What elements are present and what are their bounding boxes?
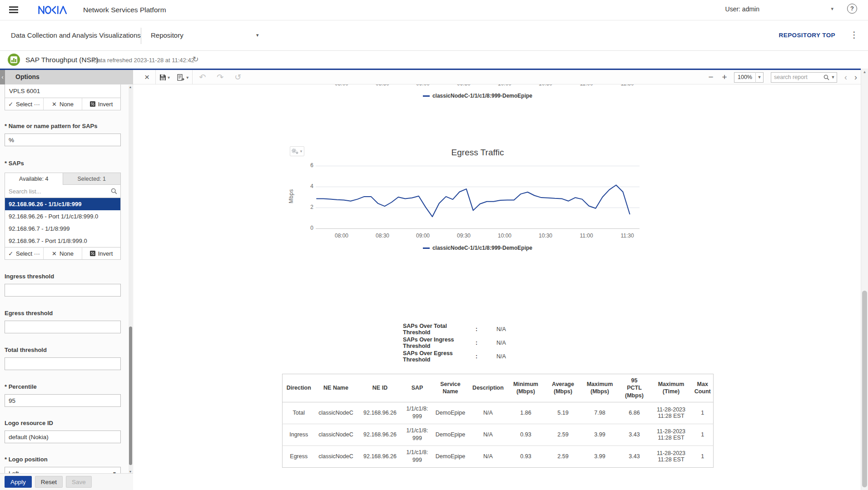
options-footer: Apply Reset Save (0, 473, 133, 490)
sap-list-item[interactable]: 92.168.96.26 - Port 1/1/c1/8:999.0 (5, 210, 120, 223)
scroll-up-icon[interactable]: ▲ (861, 70, 868, 74)
close-icon[interactable]: × (139, 70, 155, 84)
y-tick: 0 (297, 225, 313, 231)
zoom-level-select[interactable]: 100% ▼ (734, 72, 764, 83)
name-pattern-input[interactable] (5, 134, 121, 146)
redo-icon[interactable]: ↷ (213, 70, 227, 84)
save-icon (159, 74, 166, 81)
caret-down-icon[interactable]: ▼ (829, 75, 837, 79)
y-tick: 4 (297, 183, 313, 189)
report-search: ▼ (771, 72, 837, 83)
tab-available[interactable]: Available: 4 (5, 173, 63, 185)
threshold-row: SAPs Over Egress Threshold : N/A (403, 350, 506, 363)
sap-list-item[interactable]: 92.168.96.7 - 1/1/8:999 (5, 223, 120, 235)
save-button[interactable]: ▾ (156, 70, 174, 84)
invert-button[interactable]: Invert (82, 247, 120, 259)
x-tick: 08:30 (376, 233, 389, 239)
line-series (316, 166, 640, 228)
zoom-out-icon[interactable]: − (704, 70, 718, 84)
save-button[interactable]: Save (66, 476, 92, 488)
service-list-actions: ✓Select ··· ✕None Invert (5, 98, 121, 110)
none-button[interactable]: ✕None (44, 247, 82, 259)
column-header: Maximum (Mbps) (581, 374, 619, 402)
sap-search-input[interactable] (5, 188, 111, 195)
previous-page-icon[interactable]: ‹ (841, 73, 851, 82)
logo-position-label: * Logo position (5, 456, 121, 463)
caret-down-icon: ▼ (299, 149, 303, 153)
column-header: Description (470, 374, 507, 402)
service-list-item[interactable]: VPLS 6001 (5, 84, 121, 98)
more-menu-icon[interactable]: ⋮ (850, 30, 858, 40)
app-root: Network Services Platform User: admin ▾ … (0, 0, 868, 490)
column-header: SAP (403, 374, 432, 402)
report-title: SAP Throughput (NSP) (25, 56, 99, 64)
y-tick: 2 (297, 204, 313, 210)
zoom-in-icon[interactable]: + (718, 70, 731, 84)
clipped-chart-axis: 08:00 08:30 09:00 09:30 10:00 10:30 11:0… (134, 84, 647, 88)
next-page-icon[interactable]: › (851, 73, 861, 82)
max-count-link[interactable]: 1 (692, 424, 714, 445)
y-tick: 6 (297, 162, 313, 168)
tab-selected[interactable]: Selected: 1 (63, 173, 121, 185)
reset-button[interactable]: Reset (35, 476, 63, 488)
sap-list-item[interactable]: 92.168.96.26 - 1/1/c1/8:999 (5, 198, 120, 210)
options-panel: VPLS 6001 ✓Select ··· ✕None Invert * Nam… (0, 84, 133, 490)
legend-line-icon (423, 247, 430, 249)
max-count-link[interactable]: 1 (692, 402, 714, 424)
scroll-down-icon[interactable]: ▼ (129, 470, 132, 473)
nav-bar: Data Collection and Analysis Visualizati… (0, 20, 868, 51)
chart-settings-button[interactable]: ▼ (290, 146, 304, 156)
saps-label: * SAPs (5, 160, 121, 167)
content-scrollbar[interactable]: ▲ (861, 69, 868, 490)
collapse-panel-icon[interactable]: ‹ (0, 70, 5, 84)
refresh-icon[interactable]: ↻ (193, 55, 198, 64)
select-button[interactable]: ✓Select ··· (5, 98, 44, 110)
scrollbar-thumb[interactable] (129, 327, 132, 465)
apply-button[interactable]: Apply (5, 476, 32, 488)
column-header: NE Name (315, 374, 357, 402)
max-count-link[interactable]: 1 (692, 445, 714, 467)
select-button[interactable]: ✓Select ··· (5, 247, 44, 259)
table-row: Total classicNodeC 92.168.96.26 1/1/c1/8… (283, 402, 714, 424)
caret-down-icon: ▼ (755, 72, 763, 83)
menu-icon[interactable] (9, 6, 18, 14)
scrollbar-thumb[interactable] (862, 291, 867, 487)
column-header: 95 PCTL (Mbps) (619, 374, 650, 402)
category-dropdown[interactable]: Repository ▾ (151, 31, 264, 39)
percentile-input[interactable] (5, 394, 121, 407)
report-toolbar: × ▾ ▾ ↶ ↷ ↺ − + 100% ▼ ▼ (133, 70, 861, 84)
caret-down-icon: ▾ (256, 32, 259, 38)
scroll-up-icon[interactable]: ▲ (129, 85, 132, 89)
egress-threshold-input[interactable] (5, 321, 121, 333)
undo-icon[interactable]: ↶ (195, 70, 209, 84)
threshold-row: SAPs Over Total Threshold : N/A (403, 322, 506, 336)
caret-down-icon[interactable]: ▾ (168, 75, 170, 80)
x-icon: ✕ (52, 250, 57, 257)
ingress-threshold-input[interactable] (5, 284, 121, 297)
export-button[interactable]: ▾ (174, 70, 192, 84)
logo-resource-input[interactable] (5, 431, 121, 443)
report-search-input[interactable] (771, 74, 823, 80)
invert-button[interactable]: Invert (82, 98, 120, 110)
repository-top-link[interactable]: REPOSITORY TOP (779, 32, 835, 39)
help-icon[interactable]: ? (847, 4, 857, 14)
column-header: Direction (283, 374, 315, 402)
total-threshold-label: Total threshold (5, 346, 121, 353)
tool-row: ‹ Options × ▾ ▾ ↶ ↷ ↺ − + 100% ▼ (0, 69, 868, 84)
threshold-value: N/A (496, 340, 506, 346)
caret-down-icon[interactable]: ▾ (831, 6, 833, 12)
column-header: Service Name (432, 374, 470, 402)
total-threshold-input[interactable] (5, 357, 121, 370)
zoom-level-value: 100% (734, 74, 755, 80)
caret-down-icon[interactable]: ▾ (186, 75, 188, 80)
user-menu[interactable]: User: admin (725, 5, 759, 13)
app-header: Network Services Platform User: admin ▾ … (0, 0, 868, 20)
invert-icon (90, 101, 95, 107)
search-icon (111, 188, 117, 194)
sap-list-item[interactable]: 92.168.96.7 - Port 1/1/8:999.0 (5, 235, 120, 247)
sidebar-scrollbar[interactable]: ▲ ▼ (129, 85, 132, 473)
check-icon: ✓ (8, 101, 13, 108)
none-button[interactable]: ✕None (44, 98, 82, 110)
revert-icon[interactable]: ↺ (231, 70, 245, 84)
search-icon[interactable] (823, 74, 829, 80)
